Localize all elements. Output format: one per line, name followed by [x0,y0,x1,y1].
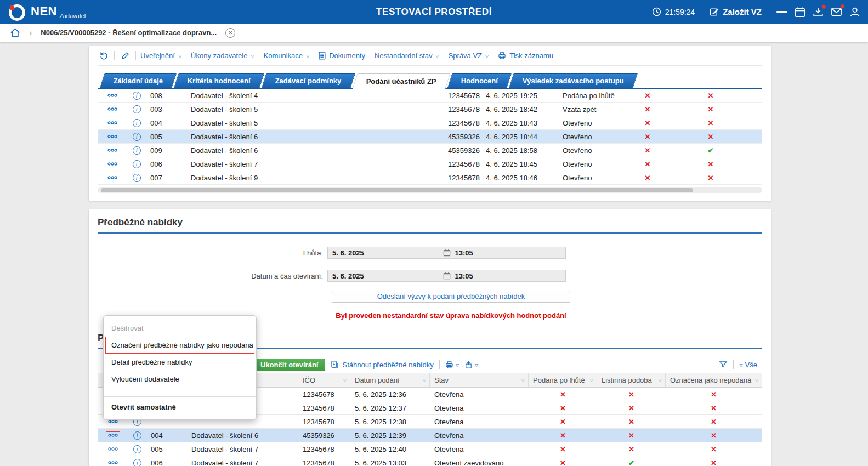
compose-icon [710,7,719,16]
filter-caret-icon[interactable]: ▽ [659,378,662,383]
row-actions-icon[interactable] [106,147,119,154]
info-icon[interactable]: i [133,160,141,168]
export-menu-button[interactable]: ▽ [464,361,478,369]
table-row[interactable]: i 005 Dodavatel - školení 7 12345678 5. … [98,442,762,456]
info-icon[interactable]: i [133,105,141,113]
calendar-icon[interactable] [443,249,451,257]
logo-block[interactable]: NEN Zadavatel [8,2,86,22]
offer-status: Otevřena [430,401,529,414]
info-icon[interactable]: i [133,146,141,155]
table-row[interactable]: i 003 Dodavatel - školení 5 12345678 4. … [98,103,762,116]
filter-caret-icon[interactable]: ▽ [423,378,426,383]
filter-icon[interactable] [719,360,728,369]
calendar-icon[interactable] [443,272,451,280]
toolbar-divider [493,51,493,60]
toolbar-nestandardni-stav[interactable]: Nestandardní stav▽ [375,52,439,60]
home-icon[interactable] [10,27,20,38]
table-row[interactable]: i 004 Dodavatel - školení 5 12345678 4. … [98,116,762,130]
tab[interactable]: Základní údaje [100,73,177,88]
filter-caret-icon[interactable]: ▽ [343,378,347,383]
context-menu-item[interactable]: Otevřít samostatně [104,396,256,416]
notification-badge [821,4,826,9]
table-row[interactable]: i 004 Dodavatel - školení 6 45359326 5. … [98,429,762,442]
print-menu-button[interactable]: ▽ [445,361,459,369]
scrollbar-thumb[interactable] [101,188,693,192]
info-cell: i [127,130,146,143]
filter-caret-icon[interactable]: ▽ [755,378,758,383]
row-actions-icon[interactable] [106,92,119,99]
column-header-listinna-podoba[interactable]: Listinná podoba▽ [597,373,666,387]
opening-date-value[interactable]: 5. 6. 2025 [328,272,443,280]
toolbar-uverejneni[interactable]: Uveřejnění▽ [140,52,181,60]
row-actions-icon[interactable] [106,431,120,439]
column-header-stav[interactable]: Stav▽ [430,373,529,387]
tab[interactable]: Výsledek zadávacího postupu [509,73,638,88]
offer-status: Otevření zaevidováno [430,456,529,466]
calendar-icon[interactable] [795,7,805,18]
table-row[interactable]: i 006 Dodavatel - školení 7 12345678 5. … [98,456,762,466]
toolbar-ukony-zadavatele[interactable]: Úkony zadavatele▽ [191,52,254,60]
tab[interactable]: Zadávací podmínky [262,73,355,88]
info-icon[interactable]: i [133,445,141,453]
view-filter-all[interactable]: ▽ Vše [739,361,757,369]
row-actions-icon[interactable] [106,459,120,466]
row-actions-icon[interactable] [106,133,119,140]
downloads-icon[interactable] [813,7,824,18]
column-header-ico[interactable]: IČO▽ [298,373,350,387]
download-offers-link[interactable]: Stáhnout předběžné nabídky [331,361,433,369]
row-actions-icon[interactable] [106,446,120,452]
row-actions-icon[interactable] [106,161,119,167]
table-row[interactable]: i 006 Dodavatel - školení 7 12345678 4. … [98,157,762,171]
filter-caret-icon[interactable]: ▽ [521,378,525,383]
close-record-icon[interactable]: ✕ [225,28,235,38]
toolbar-tisk-zaznamu[interactable]: Tisk záznamu [498,52,553,60]
breadcrumb-record-title[interactable]: N006/25/V00005292 - Řešení optimalizace … [41,29,217,37]
context-menu-item[interactable]: Označení předběžné nabídky jako nepodaná [105,337,254,354]
row-menu-cell [98,144,127,157]
table-row[interactable]: i 008 Dodavatel - školení 4 12345678 4. … [98,89,762,103]
row-actions-icon[interactable] [106,174,119,181]
toolbar-komunikace[interactable]: Komunikace▽ [264,52,310,60]
table-row[interactable]: i 005 Dodavatel - školení 6 45359326 4. … [98,130,762,144]
info-icon[interactable]: i [133,119,141,127]
info-icon[interactable]: i [133,92,141,100]
info-icon[interactable]: i [133,133,141,141]
finish-opening-button[interactable]: Ukončit otevírání [253,359,325,371]
deadline-date-value[interactable]: 5. 6. 2025 [328,249,443,257]
menu-icon[interactable] [776,9,787,15]
messages-icon[interactable] [831,6,842,18]
undo-icon[interactable] [98,51,110,60]
offer-status: Otevřeno [563,171,623,184]
tab[interactable]: Kritéria hodnocení [174,73,264,88]
table-row[interactable]: i 009 Dodavatel - školení 6 45359326 4. … [98,144,762,157]
context-menu-item[interactable]: Dešifrovat [104,320,256,337]
chevron-down-icon: ▽ [178,54,181,59]
edit-icon[interactable] [119,52,131,60]
info-icon[interactable]: i [133,174,141,182]
column-header-datum-podani[interactable]: Datum podání▽ [350,373,430,387]
info-icon[interactable]: i [133,459,141,466]
opening-field[interactable]: 5. 6. 2025 13:05 [327,270,566,282]
deadline-time-value[interactable]: 13:05 [451,249,566,257]
table-row[interactable]: i 007 Dodavatel - školení 9 12345678 4. … [98,171,762,185]
supplier-ico: 12345678 [298,388,350,401]
column-header-oznacena-jako-nepodana[interactable]: Označena jako nepodaná▽ [666,373,762,387]
send-call-button[interactable]: Odeslání výzvy k podání předběžných nabí… [332,291,570,303]
row-actions-icon[interactable] [106,120,119,126]
context-menu-item[interactable]: Detail předběžné nabídky [104,354,256,371]
column-header-podana-po-lhute[interactable]: Podaná po lhůtě▽ [529,373,597,387]
horizontal-scrollbar[interactable] [98,187,762,193]
tab[interactable]: Podání účastníků ZP [352,73,450,89]
supplier-name: Dodavatel - školení 6 [185,429,298,442]
deadline-field[interactable]: 5. 6. 2025 13:05 [327,247,566,259]
filter-caret-icon[interactable]: ▽ [590,378,593,383]
create-vz-button[interactable]: Založit VZ [710,7,762,16]
tab[interactable]: Hodnocení [447,73,512,88]
profile-icon[interactable] [849,7,860,18]
context-menu-item[interactable]: Vyloučení dodavatele [104,371,256,388]
info-icon[interactable]: i [133,431,141,440]
toolbar-sprava-vz[interactable]: Správa VZ▽ [449,52,489,60]
opening-time-value[interactable]: 13:05 [451,272,566,280]
row-actions-icon[interactable] [106,106,119,112]
toolbar-dokumenty[interactable]: Dokumenty [319,52,365,60]
